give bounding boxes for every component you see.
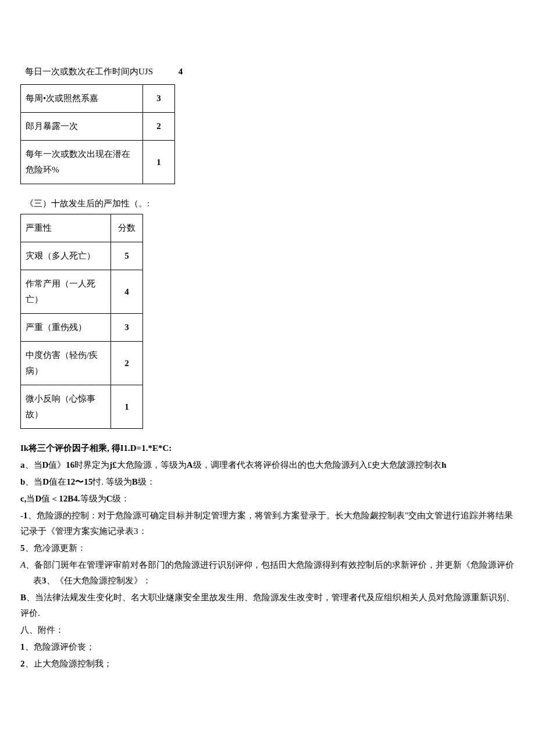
severity-label: 严重（重伤残） [21, 314, 111, 342]
table-row: 微小反响（心惊事故） 1 [21, 385, 143, 429]
text: 、当 [25, 460, 42, 470]
exposure-score: 1 [143, 141, 175, 184]
text: 级： [112, 494, 130, 503]
text: 5 [20, 543, 25, 553]
text: -1 [20, 511, 28, 520]
para-attach-1: 1、危险源评价丧； [20, 639, 515, 655]
table-row: 中度仿害（轻伤/疾病） 2 [21, 342, 143, 385]
text: Ik [20, 443, 28, 453]
text: 2 [20, 659, 25, 668]
text: 将三个评价因子相乘, 得I1.D=1.*E*C: [28, 443, 172, 453]
text: 、当法律法规发生变化时、名大职业燧康安全里故发生用、危险源发生改变时，管理者代及… [20, 593, 515, 618]
text: 、危险源的控制：对于危险源可确定目标并制定管理方案，将管到.方案登录于。长大危险… [20, 511, 513, 536]
pre-table-text: 每日一次或数次在工作时间内UJS [25, 67, 153, 76]
severity-table: 严重性 分数 灾艰（多人死亡） 5 作常产用（一人死亡） 4 严重（重伤残） 3… [20, 214, 143, 429]
text: 1 [20, 642, 25, 651]
text: 、当 [25, 477, 42, 486]
para-formula: Ik将三个评价因子相乘, 得I1.D=1.*E*C: [20, 440, 515, 456]
text: D [35, 494, 41, 503]
table-row: 严重（重伤残） 3 [21, 314, 143, 342]
para-A: A、备部门斑年在管理评审前对各部门的危险源进行识别评仰，包括田大危险源得到有效控… [33, 557, 515, 589]
severity-label: 中度仿害（轻伤/疾病） [21, 342, 111, 385]
severity-score: 3 [111, 314, 143, 342]
text: B [20, 593, 26, 602]
para-b: b、当D值在12〜15忖. 等级为B级： [20, 474, 515, 490]
text: c, [20, 494, 26, 503]
pre-table-score: 4 [179, 67, 183, 76]
text: B [132, 477, 138, 486]
severity-header-label: 严重性 [21, 214, 111, 242]
text: 、危险源评价丧； [25, 642, 95, 651]
exposure-label: 每年一次或数次出现在潜在危险环% [21, 141, 143, 184]
text: 值在 [49, 477, 66, 486]
text: 、止大危险源控制我； [25, 659, 112, 668]
text: 3 [42, 576, 47, 585]
text: 大危险源，等级为 [117, 460, 187, 470]
pre-table-line: 每日一次或数次在工作时间内UJS 4 [25, 64, 515, 80]
text: D [42, 477, 49, 486]
severity-label: 灾艰（多人死亡） [21, 242, 111, 270]
text: C [106, 494, 113, 503]
para-update: 5、危冷源更新： [20, 540, 515, 556]
severity-label: 作常产用（一人死亡） [21, 270, 111, 314]
exposure-label: 每周•次或照然系嘉 [21, 85, 143, 113]
text: 16 [66, 460, 74, 470]
para-a: a、当D值》16时界定为j£大危险源，等级为A级，调理者代衣将评价得出的也大危险… [20, 457, 515, 473]
text: 时界定为 [74, 460, 109, 470]
table-row: 郎月暴露一次 2 [21, 113, 175, 141]
text: h [441, 460, 446, 470]
text: 等级为 [80, 494, 106, 503]
exposure-score: 2 [143, 113, 175, 141]
text: 级： [138, 477, 155, 486]
para-c: c,当D值＜12B4.等级为C级： [20, 491, 515, 507]
para-attach-2: 2、止大危险源控制我； [20, 656, 515, 672]
para-control: -1、危险源的控制：对于危险源可确定目标并制定管理方案，将管到.方案登录于。长大… [20, 508, 515, 539]
severity-score: 2 [111, 342, 143, 385]
exposure-label: 郎月暴露一次 [21, 113, 143, 141]
text: 当 [26, 494, 35, 503]
text: A [187, 460, 193, 470]
table-header-row: 严重性 分数 [21, 214, 143, 242]
text: 、危冷源更新： [25, 543, 86, 553]
text: 值》 [48, 460, 66, 470]
text: A [20, 560, 26, 569]
severity-score: 1 [111, 385, 143, 429]
text: j£ [109, 460, 117, 470]
text: 忖. 等级为 [92, 477, 132, 486]
para-B: B、当法律法规发生变化时、名大职业燧康安全里故发生用、危险源发生改变时，管理者代… [20, 590, 515, 621]
exposure-table: 每周•次或照然系嘉 3 郎月暴露一次 2 每年一次或数次出现在潜在危险环% 1 [20, 84, 175, 184]
text: 12B4. [59, 494, 80, 503]
text: 、《任大危险源控制发》： [47, 576, 151, 585]
table-row: 每年一次或数次出现在潜在危险环% 1 [21, 141, 175, 184]
para-attachments: 八、附件： [20, 622, 515, 638]
section-title: 《三）十故发生后的严加性（。: [25, 196, 515, 212]
text: 12〜15 [66, 477, 92, 486]
text: 级，调理者代衣将评价得出的也大危险源列入£史大危陂源控制衣 [193, 460, 442, 470]
severity-score: 4 [111, 270, 143, 314]
table-row: 作常产用（一人死亡） 4 [21, 270, 143, 314]
severity-label: 微小反响（心惊事故） [21, 385, 111, 429]
text: D [42, 460, 49, 470]
table-row: 灾艰（多人死亡） 5 [21, 242, 143, 270]
severity-score: 5 [111, 242, 143, 270]
text: a [20, 460, 25, 470]
text: 值＜ [41, 494, 59, 503]
exposure-score: 3 [143, 85, 175, 113]
severity-header-score: 分数 [111, 214, 143, 242]
table-row: 每周•次或照然系嘉 3 [21, 85, 175, 113]
